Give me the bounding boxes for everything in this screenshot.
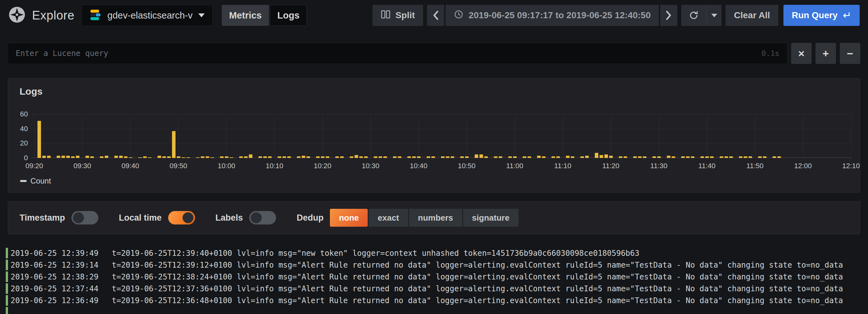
histogram-bar [90,156,94,158]
x-tick-label: 11:20 [602,162,619,170]
x-tick-label: 11:00 [506,162,523,170]
log-level-bar-icon [6,307,8,314]
dedup-option-none[interactable]: none [330,209,368,227]
gridline-v [467,114,467,158]
gridline-v [130,114,131,158]
legend-item-count[interactable]: Count [20,176,51,185]
dedup-option-signature[interactable]: signature [463,209,519,227]
histogram-bar [211,157,214,158]
histogram-bar [37,121,41,158]
x-axis: 09:2009:3009:4009:5010:0010:1010:2010:30… [32,162,852,171]
x-tick-label: 11:10 [554,162,571,170]
remove-query-button[interactable]: × [791,43,812,64]
histogram-bar [66,156,70,158]
log-rows-list: 2019-06-25 12:39:49t=2019-06-25T12:39:40… [6,247,868,314]
histogram-bar [244,156,248,158]
gridline-v [755,114,755,158]
gridline-v [851,114,851,158]
histogram-bar [763,156,767,158]
histogram-bar [360,156,363,158]
y-axis: 0204060 [16,114,32,158]
histogram-bar [57,156,60,158]
tab-logs[interactable]: Logs [270,5,307,26]
time-shift-forward-button[interactable] [660,5,677,26]
refresh-button[interactable] [681,5,706,26]
histogram-bar [42,156,46,158]
refresh-interval-dropdown[interactable] [706,5,722,26]
clear-all-button[interactable]: Clear All [725,5,778,26]
histogram-bar [508,156,512,158]
run-query-button[interactable]: Run Query ↵ [783,5,860,26]
histogram-bar [177,156,180,158]
timestamp-toggle[interactable] [71,211,98,224]
split-panes-icon [381,10,391,22]
histogram-bar [412,156,416,158]
log-row[interactable]: 2019-06-25 12:38:29t=2019-06-25T12:38:24… [6,271,868,283]
log-message: t=2019-06-25T12:39:12+0100 lvl=info msg=… [112,260,843,270]
histogram-bar [552,156,555,158]
histogram-bar [225,156,228,158]
time-nav-group: 2019-06-25 09:17:17 to 2019-06-25 12:40:… [427,5,677,26]
histogram-bar [278,156,281,158]
histogram-bar [537,156,541,158]
histogram-bar [129,157,132,158]
split-button[interactable]: Split [372,5,424,26]
log-row[interactable]: 2019-06-25 12:36:49t=2019-06-25T12:36:48… [6,294,868,306]
x-tick-label: 12:00 [794,162,812,170]
log-message: t=2019-06-25T12:36:48+0100 lvl=info msg=… [112,296,843,305]
local-time-toggle[interactable] [168,211,195,224]
chart-plot-area [32,114,852,158]
add-query-button[interactable]: + [815,43,836,64]
toggle-group-local-time: Local time [119,211,195,224]
histogram-bar [542,156,546,158]
log-level-bar-icon [6,283,8,294]
log-timestamp: 2019-06-25 12:37:44 [10,284,102,293]
toggle-knob-icon [73,212,84,223]
lucene-query-input[interactable] [8,43,787,64]
histogram-bar [407,156,411,158]
histogram-bar [479,154,483,158]
dedup-option-exact[interactable]: exact [369,209,408,227]
histogram-bar [138,157,142,158]
log-row[interactable]: 2019-06-25 12:39:14t=2019-06-25T12:39:12… [6,259,868,271]
time-range-picker[interactable]: 2019-06-25 09:17:17 to 2019-06-25 12:40:… [445,5,659,26]
histogram-bar [182,157,185,158]
histogram-bar [124,156,127,158]
log-timestamp: 2019-06-25 12:39:49 [10,249,102,258]
log-timestamp: 2019-06-25 12:39:14 [10,260,102,270]
query-elapsed-time: 0.1s [762,43,779,64]
toggle-knob-icon [251,212,262,223]
collapse-query-button[interactable]: − [840,43,860,64]
tab-metrics[interactable]: Metrics [222,5,269,26]
histogram-bar [595,153,598,158]
x-tick-label: 10:50 [458,162,475,170]
histogram-bar [417,156,421,158]
histogram-bar [76,156,80,158]
x-tick-label: 11:50 [746,162,763,170]
query-field-wrap: 0.1s [8,43,787,64]
page-title: Explore [32,9,74,23]
histogram-bar [47,156,51,158]
histogram-bar [580,156,584,158]
log-row[interactable]: 2019-06-25 12:39:49t=2019-06-25T12:39:40… [6,247,868,259]
log-row-partial [6,306,868,314]
histogram-bar [720,156,723,158]
histogram-bar [667,156,671,158]
histogram-bar [105,156,108,158]
histogram-bar [427,156,430,158]
datasource-picker[interactable]: gdev-elasticsearch-v [81,5,213,26]
mode-tabs: MetricsLogs [222,5,307,26]
gridline-v [659,114,659,158]
histogram-bar [297,156,301,158]
histogram-bar [71,156,74,158]
dedup-option-numbers[interactable]: numbers [409,209,462,227]
gridline-v [563,114,563,158]
log-row[interactable]: 2019-06-25 12:37:44t=2019-06-25T12:37:36… [6,283,868,294]
labels-toggle[interactable] [249,211,276,224]
histogram-bar [624,156,627,158]
x-tick-label: 09:30 [73,162,91,170]
histogram-bar [316,156,320,158]
time-shift-back-button[interactable] [427,5,444,26]
x-tick-label: 10:00 [217,162,235,170]
x-tick-label: 09:50 [169,162,187,170]
